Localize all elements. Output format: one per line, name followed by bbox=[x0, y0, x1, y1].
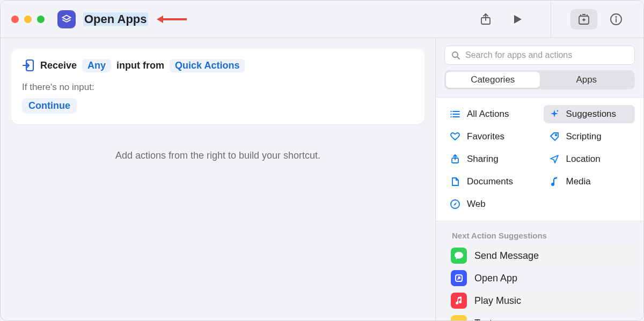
category-label: Suggestions bbox=[566, 109, 617, 120]
category-label: Scripting bbox=[566, 131, 602, 142]
list-icon bbox=[450, 109, 460, 120]
input-source-selector[interactable]: Quick Actions bbox=[170, 59, 245, 72]
actions-sidebar: Categories Apps All Actions Suggestions bbox=[435, 38, 643, 320]
category-documents[interactable]: Documents bbox=[444, 173, 536, 191]
search-icon bbox=[451, 51, 460, 59]
svg-point-9 bbox=[450, 116, 451, 117]
category-label: Sharing bbox=[467, 154, 499, 165]
sparkle-icon bbox=[549, 109, 560, 120]
suggestion-label: Play Music bbox=[474, 295, 521, 307]
svg-point-8 bbox=[450, 114, 451, 115]
shortcut-details-button[interactable] bbox=[570, 9, 597, 29]
minimize-window-button[interactable] bbox=[24, 16, 32, 23]
shortcut-icon[interactable] bbox=[57, 10, 76, 28]
window-controls bbox=[11, 16, 45, 23]
svg-point-14 bbox=[551, 183, 554, 186]
open-app-icon bbox=[451, 270, 467, 286]
category-all-actions[interactable]: All Actions bbox=[444, 105, 536, 123]
category-label: All Actions bbox=[467, 109, 509, 120]
category-label: Favorites bbox=[467, 131, 504, 142]
suggestion-label: Text bbox=[474, 318, 492, 321]
category-web[interactable]: Web bbox=[444, 195, 536, 213]
heart-icon bbox=[450, 131, 460, 142]
suggestion-label: Send Message bbox=[474, 250, 539, 262]
input-settings-card[interactable]: Receive Any input from Quick Actions If … bbox=[11, 49, 425, 124]
category-media[interactable]: Media bbox=[544, 173, 635, 191]
receive-label: Receive bbox=[40, 60, 77, 71]
input-from-label: input from bbox=[116, 60, 164, 71]
category-label: Documents bbox=[467, 176, 513, 187]
category-grid: All Actions Suggestions Favorites Script… bbox=[436, 97, 643, 221]
input-icon bbox=[22, 58, 35, 72]
titlebar: Open Apps bbox=[1, 1, 643, 38]
category-sharing[interactable]: Sharing bbox=[444, 150, 536, 168]
info-button[interactable] bbox=[603, 9, 630, 29]
close-window-button[interactable] bbox=[11, 16, 19, 23]
suggestion-send-message[interactable]: Send Message bbox=[444, 244, 635, 267]
category-scripting[interactable]: Scripting bbox=[544, 128, 635, 146]
input-type-selector[interactable]: Any bbox=[82, 59, 111, 72]
fullscreen-window-button[interactable] bbox=[37, 16, 45, 23]
category-label: Web bbox=[467, 199, 486, 210]
category-suggestions[interactable]: Suggestions bbox=[544, 105, 635, 123]
toolbar-right bbox=[458, 1, 643, 38]
svg-point-10 bbox=[557, 110, 558, 112]
editor-canvas: Receive Any input from Quick Actions If … bbox=[1, 38, 435, 320]
text-icon bbox=[451, 315, 467, 320]
segment-apps[interactable]: Apps bbox=[540, 72, 634, 88]
document-icon bbox=[450, 176, 460, 187]
segment-control: Categories Apps bbox=[444, 70, 635, 89]
search-input[interactable] bbox=[465, 50, 628, 60]
svg-point-7 bbox=[450, 111, 451, 112]
segment-categories[interactable]: Categories bbox=[446, 72, 540, 88]
if-no-input-label: If there's no input: bbox=[22, 82, 414, 93]
suggestions-list: Send Message Open App Play Music Text bbox=[436, 244, 643, 320]
category-location[interactable]: Location bbox=[544, 150, 635, 168]
suggestion-text[interactable]: Text bbox=[444, 312, 635, 320]
arrow-annotation bbox=[156, 14, 188, 25]
suggestions-header: Next Action Suggestions bbox=[436, 221, 643, 244]
share-button[interactable] bbox=[472, 9, 499, 29]
share-icon bbox=[450, 154, 460, 165]
messages-icon bbox=[451, 248, 467, 264]
run-button[interactable] bbox=[504, 9, 531, 29]
tag-icon bbox=[549, 131, 560, 142]
category-label: Location bbox=[566, 154, 601, 165]
svg-point-4 bbox=[616, 16, 616, 17]
safari-icon bbox=[450, 199, 460, 210]
suggestion-open-app[interactable]: Open App bbox=[444, 267, 635, 289]
svg-point-11 bbox=[555, 135, 557, 136]
suggestion-label: Open App bbox=[474, 273, 517, 284]
empty-canvas-hint: Add actions from the right to build your… bbox=[11, 150, 425, 161]
category-favorites[interactable]: Favorites bbox=[444, 128, 536, 146]
shortcut-title[interactable]: Open Apps bbox=[83, 12, 148, 26]
location-icon bbox=[549, 154, 560, 165]
no-input-behavior-selector[interactable]: Continue bbox=[22, 98, 77, 114]
main: Receive Any input from Quick Actions If … bbox=[1, 38, 643, 320]
suggestion-play-music[interactable]: Play Music bbox=[444, 289, 635, 312]
music-app-icon bbox=[451, 293, 467, 309]
category-label: Media bbox=[566, 176, 591, 187]
search-field[interactable] bbox=[444, 46, 635, 65]
music-icon bbox=[549, 176, 560, 187]
toolbar-separator bbox=[551, 1, 551, 38]
